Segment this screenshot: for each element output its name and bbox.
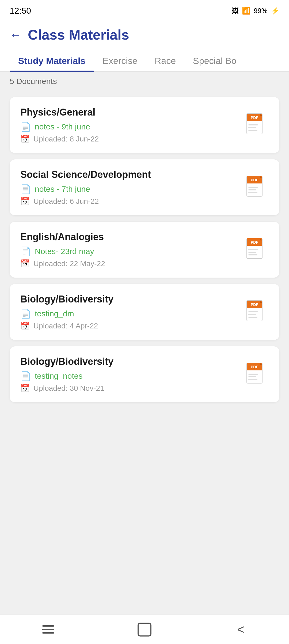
- svg-rect-22: [248, 254, 257, 255]
- doc-icon-2: 📄: [20, 246, 31, 256]
- card-filename-3: 📄 testing_dm: [20, 309, 245, 319]
- tabs-container: Study Materials Exercise Race Special Bo: [0, 49, 289, 72]
- svg-rect-36: [248, 374, 258, 375]
- svg-rect-12: [248, 187, 258, 188]
- card-date-1: 📅 Uploaded: 6 Jun-22: [20, 197, 245, 206]
- svg-text:PDF: PDF: [251, 178, 258, 182]
- status-icons: 🖼 📶 99% ⚡: [232, 7, 279, 15]
- svg-rect-29: [248, 314, 256, 315]
- pdf-icon-3: PDF: [245, 300, 269, 324]
- svg-rect-38: [248, 379, 257, 380]
- svg-rect-4: [248, 124, 258, 125]
- card-info-3: Biology/Biodiversity 📄 testing_dm 📅 Uplo…: [20, 294, 245, 330]
- svg-rect-37: [248, 376, 256, 377]
- card-subject-1: Social Science/Development: [20, 169, 245, 180]
- back-icon: <: [237, 622, 245, 637]
- svg-text:PDF: PDF: [251, 116, 258, 120]
- card-info-1: Social Science/Development 📄 notes - 7th…: [20, 169, 245, 206]
- calendar-icon-4: 📅: [20, 384, 30, 393]
- document-card-3[interactable]: Biology/Biodiversity 📄 testing_dm 📅 Uplo…: [10, 284, 279, 340]
- document-card-4[interactable]: Biology/Biodiversity 📄 testing_notes 📅 U…: [10, 346, 279, 402]
- svg-rect-5: [248, 127, 256, 128]
- tab-study-materials[interactable]: Study Materials: [10, 49, 94, 71]
- doc-icon-4: 📄: [20, 371, 31, 381]
- gallery-icon: 🖼: [232, 7, 239, 15]
- svg-rect-6: [248, 130, 257, 131]
- svg-rect-13: [248, 189, 256, 190]
- svg-rect-20: [248, 249, 258, 250]
- card-info-4: Biology/Biodiversity 📄 testing_notes 📅 U…: [20, 356, 245, 393]
- document-card-2[interactable]: English/Analogies 📄 Notes- 23rd may 📅 Up…: [10, 222, 279, 278]
- doc-icon-1: 📄: [20, 184, 31, 194]
- pdf-icon-0: PDF: [245, 113, 269, 137]
- tab-special[interactable]: Special Bo: [184, 49, 245, 71]
- documents-list: Physics/General 📄 notes - 9th june 📅 Upl…: [0, 91, 289, 409]
- card-date-3: 📅 Uploaded: 4 Apr-22: [20, 321, 245, 330]
- svg-text:PDF: PDF: [251, 365, 258, 369]
- status-time: 12:50: [10, 6, 31, 16]
- header: ← Class Materials: [0, 19, 289, 49]
- pdf-icon-2: PDF: [245, 238, 269, 262]
- nav-menu-button[interactable]: [37, 622, 59, 638]
- content-area: Study Materials Exercise Race Special Bo…: [0, 49, 289, 443]
- doc-icon-3: 📄: [20, 309, 31, 319]
- wifi-icon: 📶: [242, 7, 250, 15]
- calendar-icon-3: 📅: [20, 321, 30, 330]
- nav-home-button[interactable]: [134, 622, 155, 638]
- svg-text:PDF: PDF: [251, 240, 258, 244]
- tab-exercise[interactable]: Exercise: [94, 49, 146, 71]
- svg-rect-21: [248, 252, 256, 253]
- card-subject-3: Biology/Biodiversity: [20, 294, 245, 305]
- pdf-icon-4: PDF: [245, 362, 269, 386]
- hamburger-icon: [42, 625, 54, 634]
- tab-race[interactable]: Race: [146, 49, 184, 71]
- card-subject-4: Biology/Biodiversity: [20, 356, 245, 367]
- card-info-0: Physics/General 📄 notes - 9th june 📅 Upl…: [20, 107, 245, 143]
- back-button[interactable]: ←: [10, 29, 21, 41]
- card-date-4: 📅 Uploaded: 30 Nov-21: [20, 384, 245, 393]
- document-card-0[interactable]: Physics/General 📄 notes - 9th june 📅 Upl…: [10, 97, 279, 153]
- document-card-1[interactable]: Social Science/Development 📄 notes - 7th…: [10, 159, 279, 215]
- card-filename-0: 📄 notes - 9th june: [20, 122, 245, 132]
- card-subject-0: Physics/General: [20, 107, 245, 118]
- doc-icon-0: 📄: [20, 122, 31, 132]
- svg-rect-30: [248, 317, 257, 318]
- doc-count: 5 Documents: [0, 72, 289, 91]
- nav-bar: <: [0, 615, 289, 644]
- status-bar: 12:50 🖼 📶 99% ⚡: [0, 0, 289, 19]
- home-icon: [138, 623, 151, 637]
- svg-text:PDF: PDF: [251, 302, 258, 307]
- card-date-0: 📅 Uploaded: 8 Jun-22: [20, 135, 245, 143]
- calendar-icon-0: 📅: [20, 135, 30, 143]
- svg-rect-14: [248, 192, 257, 193]
- card-info-2: English/Analogies 📄 Notes- 23rd may 📅 Up…: [20, 231, 245, 268]
- svg-rect-28: [248, 311, 258, 312]
- card-subject-2: English/Analogies: [20, 231, 245, 243]
- pdf-icon-1: PDF: [245, 175, 269, 200]
- charging-icon: ⚡: [271, 7, 279, 15]
- calendar-icon-1: 📅: [20, 197, 30, 206]
- card-filename-4: 📄 testing_notes: [20, 371, 245, 381]
- battery-level: 99%: [254, 7, 268, 15]
- card-filename-2: 📄 Notes- 23rd may: [20, 246, 245, 256]
- calendar-icon-2: 📅: [20, 259, 30, 268]
- nav-back-button[interactable]: <: [230, 622, 252, 638]
- page-title: Class Materials: [28, 27, 129, 43]
- card-date-2: 📅 Uploaded: 22 May-22: [20, 259, 245, 268]
- card-filename-1: 📄 notes - 7th june: [20, 184, 245, 194]
